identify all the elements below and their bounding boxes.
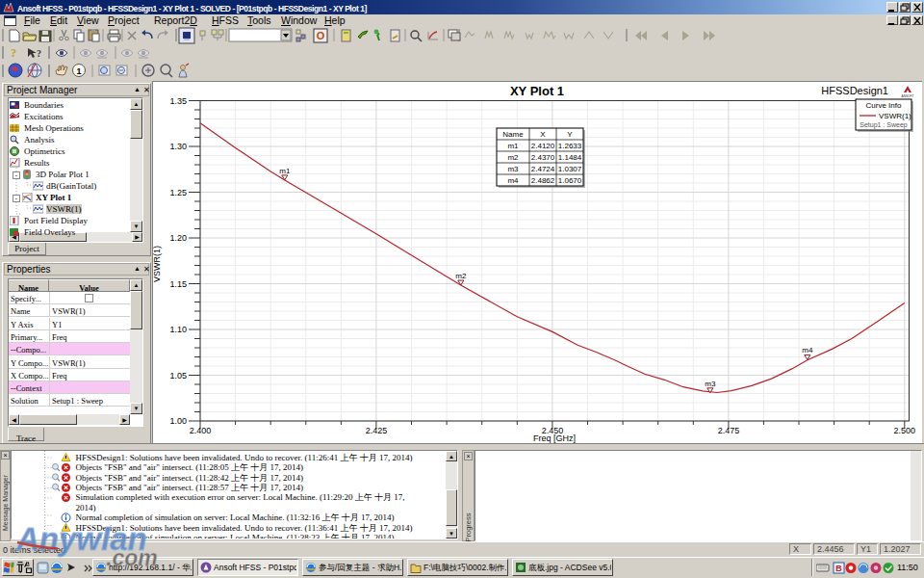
svg-text:m4: m4	[507, 176, 519, 185]
svg-text:2.4724: 2.4724	[531, 165, 555, 173]
svg-text:Simulation completed with exec: Simulation completed with execution erro…	[76, 492, 405, 502]
svg-text:m3: m3	[705, 380, 716, 388]
svg-text:m3: m3	[507, 165, 519, 173]
svg-text:O: O	[317, 30, 325, 41]
svg-text:1.15: 1.15	[169, 279, 187, 289]
svg-text:2.425: 2.425	[366, 426, 388, 435]
svg-text:2.4120: 2.4120	[531, 142, 555, 150]
svg-text:HFSSDesign1: HFSSDesign1	[821, 85, 888, 96]
svg-text:1.20: 1.20	[169, 233, 187, 243]
svg-text:1.0307: 1.0307	[558, 165, 582, 173]
svg-text:2.4370: 2.4370	[531, 153, 555, 162]
svg-text:m2: m2	[455, 272, 467, 280]
svg-text:?: ?	[37, 48, 41, 59]
svg-text:Objects "FSB" and "air" inters: Objects "FSB" and "air" intersect. (11:2…	[76, 473, 304, 483]
svg-text:Freq [GHz]: Freq [GHz]	[533, 434, 576, 443]
svg-text:2.400: 2.400	[190, 426, 212, 435]
svg-text:1.35: 1.35	[169, 96, 187, 106]
svg-text:1.10: 1.10	[169, 325, 187, 334]
svg-text:m2: m2	[507, 153, 519, 162]
svg-text:.com: .com	[106, 545, 158, 570]
svg-text:ANSOFT: ANSOFT	[902, 94, 914, 98]
svg-text:1.0670: 1.0670	[558, 176, 582, 185]
svg-text:HFSSDesign1: Solutions have be: HFSSDesign1: Solutions have been invalid…	[76, 453, 413, 462]
svg-text:VSWR(1): VSWR(1)	[152, 246, 162, 282]
svg-text:m1: m1	[507, 142, 519, 150]
svg-text:2014): 2014)	[76, 503, 96, 512]
svg-text:1.30: 1.30	[169, 142, 187, 151]
svg-text:X: X	[540, 130, 546, 139]
svg-text:1.1484: 1.1484	[558, 153, 582, 162]
svg-text:Y: Y	[567, 130, 573, 139]
svg-text:Curve Info: Curve Info	[866, 101, 902, 110]
svg-text:Name: Name	[502, 130, 524, 139]
svg-text:m1: m1	[279, 167, 291, 175]
svg-text:1: 1	[76, 66, 81, 76]
svg-text:2.500: 2.500	[894, 426, 916, 435]
svg-text:XY Plot 1: XY Plot 1	[510, 84, 564, 98]
svg-text:1.25: 1.25	[169, 188, 187, 197]
svg-text:2.4862: 2.4862	[531, 176, 555, 185]
svg-text:1.05: 1.05	[169, 371, 187, 381]
svg-text:Objects "FSB" and "air" inters: Objects "FSB" and "air" intersect. (11:2…	[76, 483, 304, 492]
svg-text:Setup1 : Sweep: Setup1 : Sweep	[860, 121, 908, 129]
svg-text:2.475: 2.475	[718, 426, 740, 435]
svg-text:m4: m4	[802, 346, 813, 355]
svg-text:1.2633: 1.2633	[558, 142, 582, 150]
svg-text:VSWR(1): VSWR(1)	[879, 112, 911, 120]
svg-text:?: ?	[11, 46, 16, 60]
svg-text:B: B	[835, 564, 842, 573]
svg-text:Objects "FSB" and "air" inters: Objects "FSB" and "air" intersect. (11:2…	[76, 462, 304, 472]
svg-text:1.00: 1.00	[169, 416, 187, 426]
